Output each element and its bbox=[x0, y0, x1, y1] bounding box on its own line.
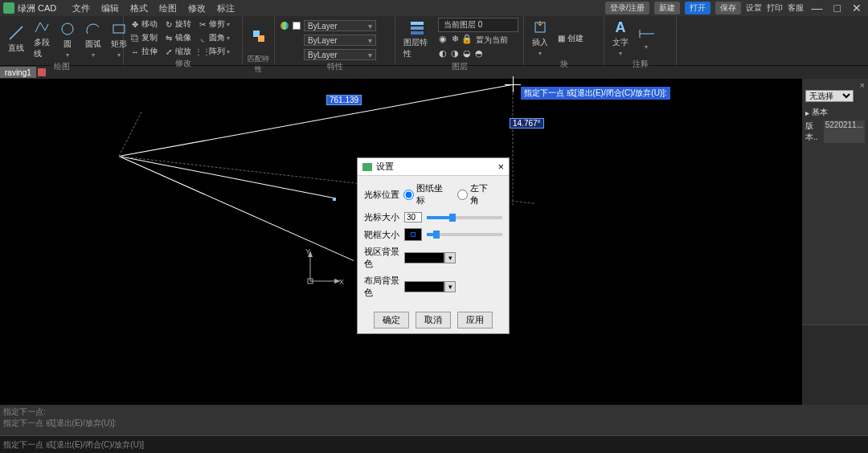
save-button[interactable]: 保存 bbox=[715, 2, 741, 14]
app-title: 绿洲 CAD bbox=[18, 2, 56, 14]
layer-i1-icon[interactable]: ◐ bbox=[438, 48, 448, 58]
dialog-close-icon[interactable]: × bbox=[497, 161, 504, 173]
menu-dim[interactable]: 标注 bbox=[217, 2, 235, 14]
box-preview bbox=[404, 228, 422, 241]
tool-fillet[interactable]: ◟圆角▾ bbox=[196, 31, 231, 44]
swatch-layout-bg[interactable] bbox=[404, 281, 444, 292]
color-select[interactable]: ByLayer bbox=[304, 20, 376, 31]
label-view-bg: 视区背景色 bbox=[364, 246, 404, 270]
tool-insert[interactable]: 插入▾ bbox=[529, 18, 551, 59]
tab-close-icon[interactable] bbox=[38, 68, 46, 76]
layer-setcurrent[interactable]: 置为当前 bbox=[474, 34, 510, 47]
slider-cursor-size[interactable] bbox=[427, 216, 502, 219]
apply-button[interactable]: 应用 bbox=[457, 312, 493, 329]
input-cursor-size[interactable] bbox=[404, 212, 422, 222]
settings-dialog: 设置 × 光标位置 图纸坐标 左下角 光标大小 靶框大小 视区背景色 ▾ 布局背… bbox=[357, 157, 510, 334]
layer-i2-icon[interactable]: ◑ bbox=[450, 48, 460, 58]
menu-modify[interactable]: 修改 bbox=[188, 2, 206, 14]
label-cursor-pos: 光标位置 bbox=[364, 189, 403, 201]
tool-dim[interactable]: ▾ bbox=[635, 24, 657, 52]
ok-button[interactable]: 确定 bbox=[374, 312, 409, 329]
maximize-icon[interactable]: □ bbox=[831, 2, 844, 14]
swatch-view-bg[interactable] bbox=[404, 252, 444, 263]
svg-point-5 bbox=[280, 22, 289, 30]
command-input[interactable]: 指定下一点 或[退出(E)/闭合(C)/放弃(U)] bbox=[0, 435, 868, 453]
endpoint-marker bbox=[333, 198, 336, 201]
layer-freeze-icon[interactable]: ❄ bbox=[450, 34, 460, 43]
close-icon[interactable]: ✕ bbox=[849, 2, 865, 14]
svg-rect-6 bbox=[411, 22, 424, 25]
svg-rect-7 bbox=[411, 27, 424, 30]
tool-layerprops[interactable]: 图层特性 bbox=[400, 18, 433, 61]
tool-line[interactable]: 直线 bbox=[5, 23, 27, 55]
menu-edit[interactable]: 编辑 bbox=[101, 2, 119, 14]
layer-i3-icon[interactable]: ◒ bbox=[462, 48, 472, 58]
minimize-icon[interactable]: — bbox=[809, 2, 826, 14]
tool-scale[interactable]: ⤢缩放 bbox=[162, 45, 193, 58]
dynamic-prompt: 指定下一点 或[退出(E)/闭合(C)/放弃(U)]: bbox=[521, 87, 670, 100]
menubar: 文件 编辑 格式 绘图 修改 标注 bbox=[72, 2, 235, 14]
props-row-version: 版本.. 5220211... bbox=[802, 120, 868, 144]
tool-circle[interactable]: 圆▾ bbox=[56, 19, 79, 60]
login-button[interactable]: 登录/注册 bbox=[605, 2, 649, 14]
props-group-basic[interactable]: ▸基本 bbox=[802, 105, 868, 120]
tool-rotate[interactable]: ↻旋转 bbox=[162, 18, 193, 31]
dialog-title: 设置 bbox=[376, 161, 394, 173]
label-layout-bg: 布局背景色 bbox=[364, 275, 404, 299]
tool-stretch[interactable]: ↔拉伸 bbox=[129, 45, 159, 58]
tool-arc[interactable]: 圆弧▾ bbox=[82, 19, 104, 60]
panel-close-icon[interactable]: × bbox=[860, 80, 865, 90]
tool-trim[interactable]: ✂修剪▾ bbox=[196, 18, 231, 31]
tool-create-block[interactable]: ▦创建 bbox=[555, 32, 585, 45]
color-icon[interactable] bbox=[280, 21, 289, 31]
ribbon-draw: 直线 多段线 圆▾ 圆弧▾ 矩形▾ 绘图 bbox=[0, 16, 124, 65]
settings-link[interactable]: 设置 bbox=[746, 2, 762, 14]
service-link[interactable]: 客服 bbox=[788, 2, 804, 14]
dimension-angle: 14.767° bbox=[510, 118, 544, 129]
menu-format[interactable]: 格式 bbox=[130, 2, 148, 14]
ribbon-text: A文字▾ ▾ 注释 bbox=[604, 16, 677, 65]
properties-panel: × 无选择 ▸基本 版本.. 5220211... bbox=[802, 79, 868, 405]
svg-point-1 bbox=[62, 23, 73, 35]
ribbon-modify: ✥移动 ↻旋转 ✂修剪▾ ⿻复制 ⇋镜像 ◟圆角▾ ↔拉伸 ⤢缩放 ⋮⋮阵列▾ … bbox=[124, 16, 243, 65]
radio-corner[interactable]: 左下角 bbox=[457, 182, 496, 206]
menu-file[interactable]: 文件 bbox=[72, 2, 90, 14]
layer-current[interactable]: 当前图层 0 bbox=[438, 18, 518, 32]
new-button[interactable]: 新建 bbox=[654, 2, 680, 14]
label-cursor-size: 光标大小 bbox=[364, 211, 404, 223]
dimension-length: 761.139 bbox=[326, 95, 362, 105]
print-link[interactable]: 打印 bbox=[767, 2, 783, 14]
tool-text[interactable]: A文字▾ bbox=[609, 18, 632, 59]
linew-select[interactable]: ByLayer bbox=[304, 35, 376, 46]
dropdown-view-bg[interactable]: ▾ bbox=[444, 252, 456, 263]
tool-copy[interactable]: ⿻复制 bbox=[129, 31, 159, 44]
ribbon-props: ByLayer ByLayer ByLayer 特性 bbox=[275, 16, 395, 65]
ribbon-modify-label: 修改 bbox=[129, 58, 237, 67]
linetype-select[interactable]: ByLayer bbox=[304, 49, 376, 60]
selection-filter[interactable]: 无选择 bbox=[805, 90, 854, 102]
app-logo-icon bbox=[3, 2, 14, 14]
menu-draw[interactable]: 绘图 bbox=[159, 2, 177, 14]
title-right: 登录/注册 新建 打开 保存 设置 打印 客服 — □ ✕ bbox=[605, 2, 865, 14]
radio-paper[interactable]: 图纸坐标 bbox=[403, 182, 451, 206]
tool-move[interactable]: ✥移动 bbox=[129, 18, 159, 31]
layer-off-icon[interactable]: ◉ bbox=[438, 34, 448, 43]
slider-box-size[interactable] bbox=[427, 233, 502, 236]
tool-mirror[interactable]: ⇋镜像 bbox=[162, 31, 193, 44]
cancel-button[interactable]: 取消 bbox=[416, 312, 451, 329]
label-box-size: 靶框大小 bbox=[364, 229, 404, 241]
ribbon-match: 匹配特性 bbox=[243, 16, 275, 65]
open-button[interactable]: 打开 bbox=[685, 2, 710, 14]
layer-i4-icon[interactable]: ◓ bbox=[474, 48, 484, 58]
layer-lock-icon[interactable]: 🔒 bbox=[462, 34, 472, 43]
ucs-icon: X Y bbox=[304, 247, 344, 288]
tool-array[interactable]: ⋮⋮阵列▾ bbox=[196, 45, 231, 58]
tool-match[interactable] bbox=[248, 27, 270, 46]
tab-drawing[interactable]: raving1 bbox=[0, 67, 36, 78]
dropdown-layout-bg[interactable]: ▾ bbox=[444, 281, 456, 292]
dialog-titlebar[interactable]: 设置 × bbox=[358, 158, 509, 176]
svg-rect-8 bbox=[411, 31, 424, 35]
tool-polyline[interactable]: 多段线 bbox=[31, 18, 53, 61]
svg-text:X: X bbox=[339, 278, 344, 286]
svg-line-0 bbox=[10, 27, 23, 39]
